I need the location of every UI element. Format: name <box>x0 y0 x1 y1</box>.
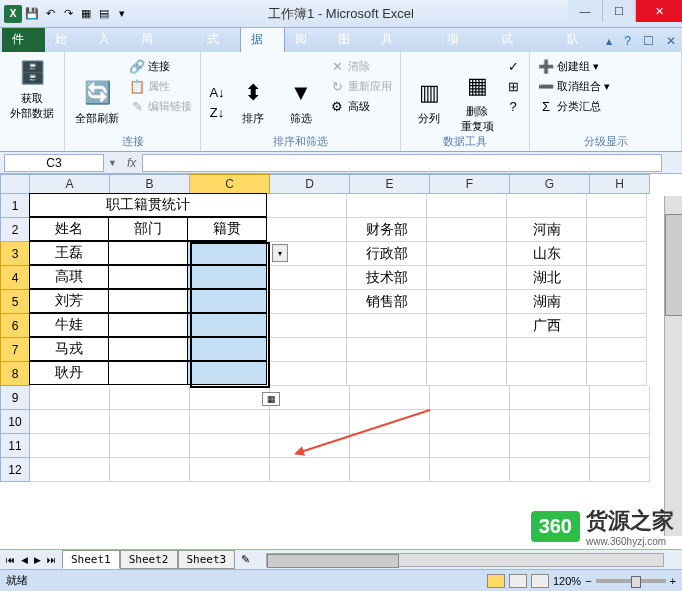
cell-E9[interactable] <box>350 386 430 410</box>
cell-F1[interactable] <box>427 194 507 218</box>
edit-links-button[interactable]: ✎编辑链接 <box>127 97 194 115</box>
subtotal-button[interactable]: Σ分类汇总 <box>536 97 675 115</box>
zoom-in-icon[interactable]: + <box>670 575 676 587</box>
cell-F10[interactable] <box>430 410 510 434</box>
data-validation-button[interactable]: ✓ <box>503 57 523 75</box>
cell-C3[interactable] <box>187 241 267 265</box>
cell-G2[interactable]: 河南 <box>507 218 587 242</box>
ribbon-minimize-icon[interactable]: ▴ <box>600 30 618 52</box>
cell-F11[interactable] <box>430 434 510 458</box>
cell-G4[interactable]: 湖北 <box>507 266 587 290</box>
qat-dropdown-icon[interactable]: ▾ <box>114 6 130 22</box>
cell-D8[interactable] <box>267 362 347 386</box>
cell-D9[interactable] <box>270 386 350 410</box>
cell-G7[interactable] <box>507 338 587 362</box>
column-header-G[interactable]: G <box>510 174 590 194</box>
cell-H5[interactable] <box>587 290 647 314</box>
cell-E7[interactable] <box>347 338 427 362</box>
row-header-7[interactable]: 7 <box>0 338 30 362</box>
cell-G1[interactable] <box>507 194 587 218</box>
save-icon[interactable]: 💾 <box>24 6 40 22</box>
cell-A11[interactable] <box>30 434 110 458</box>
horizontal-scrollbar[interactable] <box>266 553 664 567</box>
cell-F5[interactable] <box>427 290 507 314</box>
cell-B10[interactable] <box>110 410 190 434</box>
cell-C9[interactable] <box>190 386 270 410</box>
cell-B11[interactable] <box>110 434 190 458</box>
cell-C8[interactable] <box>187 361 267 385</box>
cell-F7[interactable] <box>427 338 507 362</box>
sheet-last-icon[interactable]: ⏭ <box>45 555 58 565</box>
column-header-B[interactable]: B <box>110 174 190 194</box>
cell-F12[interactable] <box>430 458 510 482</box>
column-header-A[interactable]: A <box>30 174 110 194</box>
cell-A6[interactable]: 牛娃 <box>29 313 109 337</box>
cell-F9[interactable] <box>430 386 510 410</box>
cell-B9[interactable] <box>110 386 190 410</box>
cell-E11[interactable] <box>350 434 430 458</box>
window-restore-icon[interactable]: ☐ <box>637 30 660 52</box>
sheet-prev-icon[interactable]: ◀ <box>19 555 30 565</box>
cell-B6[interactable] <box>108 313 188 337</box>
cell-C2[interactable]: 籍贯 <box>187 217 267 241</box>
select-all-corner[interactable] <box>0 174 30 194</box>
column-header-F[interactable]: F <box>430 174 510 194</box>
cell-D5[interactable] <box>267 290 347 314</box>
cell-A10[interactable] <box>30 410 110 434</box>
formula-bar[interactable] <box>142 154 662 172</box>
cell-G10[interactable] <box>510 410 590 434</box>
qat-icon-2[interactable]: ▤ <box>96 6 112 22</box>
cell-C6[interactable] <box>187 313 267 337</box>
cell-H12[interactable] <box>590 458 650 482</box>
row-header-11[interactable]: 11 <box>0 434 30 458</box>
cell-D10[interactable] <box>270 410 350 434</box>
cell-C7[interactable] <box>187 337 267 361</box>
cell-B4[interactable] <box>108 265 188 289</box>
cell-H2[interactable] <box>587 218 647 242</box>
sheet-tab-1[interactable]: Sheet1 <box>62 550 120 569</box>
ungroup-button[interactable]: ➖取消组合▾ <box>536 77 675 95</box>
cell-D7[interactable] <box>267 338 347 362</box>
cell-H7[interactable] <box>587 338 647 362</box>
cell-E6[interactable] <box>347 314 427 338</box>
row-header-1[interactable]: 1 <box>0 194 30 218</box>
normal-view-button[interactable] <box>487 574 505 588</box>
cell-C10[interactable] <box>190 410 270 434</box>
cell-A4[interactable]: 高琪 <box>29 265 109 289</box>
cell-F4[interactable] <box>427 266 507 290</box>
undo-icon[interactable]: ↶ <box>42 6 58 22</box>
cell-D12[interactable] <box>270 458 350 482</box>
name-box[interactable]: C3 <box>4 154 104 172</box>
cell-C12[interactable] <box>190 458 270 482</box>
row-header-5[interactable]: 5 <box>0 290 30 314</box>
sheet-next-icon[interactable]: ▶ <box>32 555 43 565</box>
data-validation-dropdown[interactable]: ▾ <box>272 244 288 262</box>
qat-icon-1[interactable]: ▦ <box>78 6 94 22</box>
page-layout-view-button[interactable] <box>509 574 527 588</box>
sheet-first-icon[interactable]: ⏮ <box>4 555 17 565</box>
help-icon[interactable]: ? <box>618 30 637 52</box>
cell-G12[interactable] <box>510 458 590 482</box>
sheet-tab-2[interactable]: Sheet2 <box>120 550 178 569</box>
cell-A8[interactable]: 耿丹 <box>29 361 109 385</box>
sort-asc-button[interactable]: A↓ <box>207 84 227 102</box>
column-header-E[interactable]: E <box>350 174 430 194</box>
row-header-6[interactable]: 6 <box>0 314 30 338</box>
minimize-button[interactable]: — <box>568 0 602 22</box>
cell-G9[interactable] <box>510 386 590 410</box>
zoom-level[interactable]: 120% <box>553 575 581 587</box>
cell-E1[interactable] <box>347 194 427 218</box>
cell-A3[interactable]: 王磊 <box>29 241 109 265</box>
cell-B2[interactable]: 部门 <box>108 217 188 241</box>
row-header-3[interactable]: 3 <box>0 242 30 266</box>
properties-button[interactable]: 📋属性 <box>127 77 194 95</box>
row-header-4[interactable]: 4 <box>0 266 30 290</box>
cell-F8[interactable] <box>427 362 507 386</box>
cell-B3[interactable] <box>108 241 188 265</box>
row-header-2[interactable]: 2 <box>0 218 30 242</box>
cell-D4[interactable] <box>267 266 347 290</box>
cell-H11[interactable] <box>590 434 650 458</box>
cell-A7[interactable]: 马戎 <box>29 337 109 361</box>
cell-A9[interactable] <box>30 386 110 410</box>
get-external-data-button[interactable]: 🗄️ 获取 外部数据 <box>6 55 58 123</box>
